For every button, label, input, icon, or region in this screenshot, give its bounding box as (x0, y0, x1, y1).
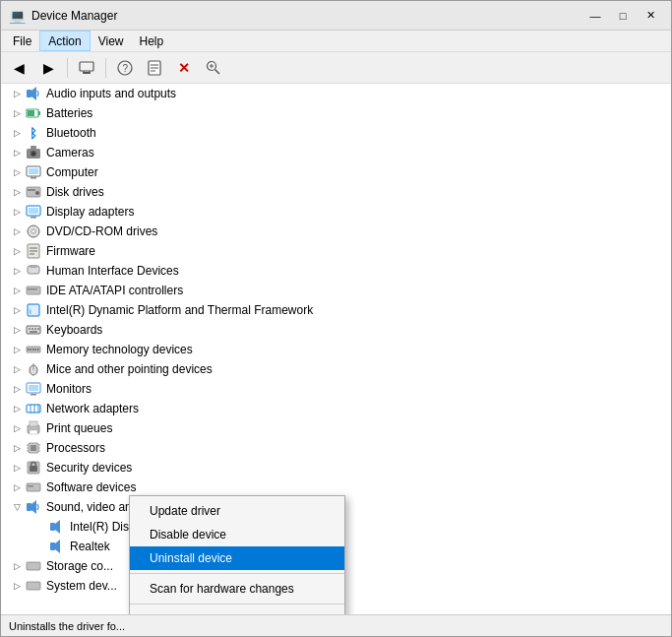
svg-marker-15 (31, 87, 36, 100)
tree-item-displayadapters[interactable]: ▷ Display adapters (1, 202, 671, 222)
device-tree[interactable]: ▷ Audio inputs and outputs ▷ Batteries ▷… (1, 84, 671, 614)
tree-item-software[interactable]: ▷ Software devices (1, 478, 671, 497)
tree-item-processors[interactable]: ▷ Processors (1, 438, 671, 458)
forward-button[interactable]: ▶ (34, 56, 62, 80)
close-button[interactable]: ✕ (638, 6, 663, 26)
svg-rect-17 (38, 111, 40, 115)
toggle-security: ▷ (9, 460, 25, 476)
svg-rect-32 (29, 208, 38, 214)
toggle-software: ▷ (9, 479, 25, 495)
svg-rect-14 (27, 90, 31, 97)
help-button[interactable]: ? (111, 56, 139, 80)
tree-item-security[interactable]: ▷ Security devices (1, 458, 671, 478)
properties-button[interactable] (141, 56, 168, 80)
title-bar-left: 💻 Device Manager (9, 8, 117, 24)
tree-item-printqueues[interactable]: ▷ Print queues (1, 418, 671, 438)
svg-rect-25 (31, 177, 36, 179)
svg-rect-57 (37, 349, 39, 350)
svg-text:?: ? (123, 63, 129, 74)
tree-item-batteries[interactable]: ▷ Batteries (1, 103, 671, 123)
tree-label-monitors: Monitors (46, 382, 92, 396)
tree-item-keyboards[interactable]: ▷ Keyboards (1, 320, 671, 340)
toolbar: ◀ ▶ ? (1, 52, 671, 84)
tree-item-dvdrom[interactable]: ▷ DVD/CD-ROM drives (1, 222, 671, 241)
menu-action[interactable]: Action (39, 31, 90, 51)
tree-item-memory[interactable]: ▷ Memory technology devices (1, 340, 671, 359)
svg-rect-24 (29, 168, 38, 174)
device-manager-window: 💻 Device Manager — □ ✕ File Action View … (0, 0, 672, 637)
tree-item-intel[interactable]: ▷ i Intel(R) Dynamic Platform and Therma… (1, 300, 671, 320)
security-icon (25, 459, 42, 477)
status-text: Uninstalls the driver fo... (9, 620, 125, 632)
svg-rect-63 (31, 394, 36, 396)
tree-item-audio[interactable]: ▷ Audio inputs and outputs (1, 84, 671, 103)
svg-rect-90 (27, 562, 40, 570)
ctx-scan[interactable]: Scan for hardware changes (130, 577, 344, 601)
tree-label-displayadapters: Display adapters (46, 205, 134, 219)
tree-label-bluetooth: Bluetooth (46, 126, 96, 140)
tree-item-hid[interactable]: ▷ Human Interface Devices (1, 261, 671, 281)
delete-button[interactable]: ✕ (170, 56, 198, 80)
svg-rect-86 (50, 523, 55, 531)
svg-rect-91 (27, 582, 40, 590)
svg-rect-49 (34, 328, 36, 330)
tree-item-diskdrives[interactable]: ▷ Disk drives (1, 182, 671, 202)
tree-item-network[interactable]: ▷ Network adapters (1, 399, 671, 418)
svg-rect-0 (80, 62, 93, 71)
tree-item-cameras[interactable]: ▷ Cameras (1, 143, 671, 162)
menu-bar: File Action View Help (1, 31, 671, 52)
toggle-batteries: ▷ (9, 105, 25, 121)
tree-item-computer[interactable]: ▷ Computer (1, 162, 671, 182)
ctx-properties[interactable]: Properties (130, 607, 344, 614)
toolbar-sep-2 (105, 58, 106, 78)
ide-icon (25, 282, 42, 299)
toggle-processors: ▷ (9, 440, 25, 456)
maximize-button[interactable]: □ (610, 6, 636, 26)
audio-icon (25, 85, 42, 102)
toggle-diskdrives: ▷ (9, 184, 25, 200)
svg-rect-88 (50, 542, 55, 550)
svg-rect-22 (31, 146, 36, 149)
ctx-disable-device[interactable]: Disable device (130, 523, 344, 546)
toolbar-sep-1 (67, 58, 68, 78)
printqueues-icon (25, 419, 42, 437)
svg-rect-1 (83, 72, 91, 74)
svg-rect-18 (28, 110, 34, 116)
tree-item-mice[interactable]: ▷ Mice and other pointing devices (1, 359, 671, 379)
tree-label-cameras: Cameras (46, 146, 94, 159)
intel-icon: i (25, 301, 42, 319)
tree-item-ide[interactable]: ▷ IDE ATA/ATAPI controllers (1, 281, 671, 300)
firmware-icon (25, 242, 42, 260)
ctx-uninstall-device[interactable]: Uninstall device (130, 546, 344, 570)
tree-item-firmware[interactable]: ▷ Firmware (1, 241, 671, 261)
menu-help[interactable]: Help (132, 31, 172, 51)
minimize-button[interactable]: — (582, 6, 608, 26)
back-button[interactable]: ◀ (5, 56, 32, 80)
tree-label-firmware: Firmware (46, 244, 95, 258)
toggle-realtek (40, 539, 48, 554)
svg-rect-53 (28, 349, 30, 350)
realtek-icon (48, 538, 66, 555)
svg-point-21 (32, 153, 35, 156)
context-menu: Update driver Disable device Uninstall d… (129, 495, 345, 614)
svg-rect-62 (29, 385, 38, 391)
diskdrives-icon (25, 183, 42, 201)
tree-label-printqueues: Print queues (46, 421, 112, 435)
tree-label-storage: Storage co... (46, 559, 113, 573)
monitors-icon (25, 380, 42, 398)
menu-view[interactable]: View (91, 31, 132, 51)
svg-rect-43 (28, 288, 37, 290)
ctx-update-driver[interactable]: Update driver (130, 499, 344, 523)
tree-item-monitors[interactable]: ▷ Monitors (1, 379, 671, 399)
toggle-cameras: ▷ (9, 145, 25, 160)
computer-icon (79, 60, 94, 76)
tree-item-bluetooth[interactable]: ▷ ᛒ Bluetooth (1, 123, 671, 143)
svg-rect-56 (35, 349, 37, 350)
menu-file[interactable]: File (5, 31, 39, 51)
system-icon (25, 577, 42, 595)
tree-label-computer: Computer (46, 165, 98, 179)
svg-point-30 (35, 191, 39, 195)
computer-button[interactable] (73, 56, 100, 80)
svg-rect-55 (32, 349, 34, 350)
plus-button[interactable] (200, 56, 227, 80)
